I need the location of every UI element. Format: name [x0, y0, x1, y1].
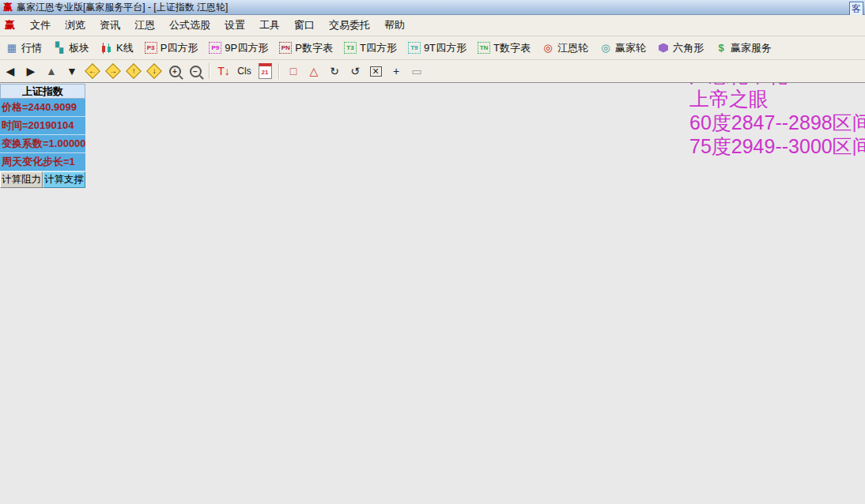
diamond-right-icon: →	[105, 63, 121, 79]
winner-service-icon: $	[715, 42, 727, 55]
cls-button[interactable]: Cls	[235, 62, 254, 80]
menu-item-tools[interactable]: 工具	[252, 17, 287, 33]
calendar-icon: 21	[259, 63, 272, 79]
toolbar-t-number-table[interactable]: TNT数字表	[474, 39, 534, 57]
toolbar-p-square[interactable]: P3P四方形	[142, 39, 202, 57]
annotation-text-block: 江恩轮中轮 上帝之眼 60度2847--2898区间 75度2949--3000…	[689, 83, 865, 158]
annotation-line: 上帝之眼	[689, 87, 865, 111]
presentation-icon: ▭	[411, 65, 421, 77]
calc-resistance-button[interactable]: 计算阻力	[0, 171, 43, 188]
annotation-line: 75度2949--3000区间	[689, 134, 865, 158]
toolbar-winner-wheel[interactable]: ◎赢家轮	[596, 39, 649, 57]
toolbar-label: 江恩轮	[557, 41, 588, 55]
rotate-cw-button[interactable]: ↻	[325, 62, 344, 80]
toolbar-label: 行情	[21, 41, 42, 55]
kline-icon	[100, 42, 113, 55]
toolbar-9t-square[interactable]: T99T四方形	[405, 39, 470, 57]
delete-box-icon: ×	[370, 66, 382, 77]
toolbar-label: P数字表	[295, 41, 333, 55]
zoom-in-icon: +	[169, 66, 181, 77]
menu-item-browse[interactable]: 浏览	[58, 17, 93, 33]
diamond-down-button[interactable]: ↓	[145, 62, 164, 80]
diamond-left-button[interactable]: ←	[83, 62, 102, 80]
calc-support-button[interactable]: 计算支撑	[43, 171, 85, 188]
delete-box-button[interactable]: ×	[366, 62, 385, 80]
gann-wheel-icon: ◎	[542, 42, 554, 55]
up-triangle-button[interactable]: ▲	[42, 62, 61, 80]
annotation-line: 60度2847--2898区间	[689, 111, 865, 134]
toolbar-label: T四方形	[360, 41, 397, 55]
menu-logo-icon: 赢	[5, 18, 15, 32]
toolbar-label: 板块	[69, 41, 89, 55]
zoom-in-button[interactable]: +	[165, 62, 184, 80]
toolbar-hexagon[interactable]: 六角形	[654, 39, 707, 57]
toolbar-label: 赢家轮	[615, 41, 646, 55]
drawing-toolbar: ◀▶▲▼←→↑↓+−T↓Cls21□△↻↺×+▭	[0, 60, 865, 83]
toolbar-label: P四方形	[161, 41, 198, 55]
step-row: 周天变化步长=1	[0, 153, 85, 171]
center-tool-icon: +	[393, 65, 399, 77]
triangle-tool-icon: △	[310, 65, 319, 77]
diamond-right-button[interactable]: →	[104, 62, 123, 80]
hexagon-icon	[657, 42, 670, 55]
calendar-button[interactable]: 21	[255, 62, 274, 80]
rotate-cw-icon: ↻	[330, 65, 339, 77]
toolbar-sectors[interactable]: ▚板块	[50, 39, 93, 57]
quotes-icon: ▦	[6, 42, 18, 55]
title-bar: 赢 赢家江恩专业版[赢家服务平台] - [上证指数 江恩轮]	[0, 0, 865, 15]
rotate-ccw-button[interactable]: ↺	[346, 62, 365, 80]
zoom-out-icon: −	[190, 66, 202, 77]
down-triangle-button[interactable]: ▼	[62, 62, 81, 80]
zoom-out-button[interactable]: −	[186, 62, 205, 80]
toolbar-p-number-table[interactable]: PNP数字表	[276, 39, 336, 57]
toolbar-label: 六角形	[673, 41, 704, 55]
toolbar-label: 9T四方形	[424, 41, 466, 55]
price-axis-button[interactable]: T↓	[214, 62, 233, 80]
stock-info-panel: 上证指数 价格=2440.9099 时间=20190104 变换系数=1.000…	[0, 84, 85, 188]
presentation-button[interactable]: ▭	[407, 62, 426, 80]
diamond-left-icon: ←	[85, 63, 100, 79]
t-number-table-icon: TN	[478, 42, 490, 55]
menu-item-file[interactable]: 文件	[23, 17, 58, 33]
cls-icon: Cls	[237, 66, 251, 77]
toolbar-separator	[278, 63, 280, 79]
gann-wheel-chart[interactable]: 江恩轮中轮 上帝之眼 60度2847--2898区间 75度2949--3000…	[0, 83, 865, 504]
center-tool-button[interactable]: +	[387, 62, 406, 80]
menu-item-trade-entrust[interactable]: 交易委托	[322, 17, 377, 33]
toolbar-9p-square[interactable]: P99P四方形	[206, 39, 271, 57]
sectors-icon: ▚	[53, 42, 66, 55]
price-axis-icon: T↓	[217, 65, 230, 77]
menu-item-help[interactable]: 帮助	[377, 17, 412, 33]
main-toolbar: ▦行情▚板块K线P3P四方形P99P四方形PNP数字表T3T四方形T99T四方形…	[0, 36, 865, 60]
toolbar-quotes[interactable]: ▦行情	[2, 39, 45, 57]
menu-item-window[interactable]: 窗口	[287, 17, 322, 33]
toolbar-kline[interactable]: K线	[97, 39, 137, 57]
prev-arrow-button[interactable]: ◀	[1, 62, 20, 80]
price-row: 价格=2440.9099	[0, 99, 85, 117]
panel-title: 上证指数	[0, 84, 85, 99]
menu-items: 文件浏览资讯江恩公式选股设置工具窗口交易委托帮助	[23, 18, 412, 32]
triangle-tool-button[interactable]: △	[304, 62, 323, 80]
p-square-icon: P3	[145, 42, 157, 55]
rect-tool-button[interactable]: □	[284, 62, 303, 80]
menu-bar: 赢 文件浏览资讯江恩公式选股设置工具窗口交易委托帮助	[0, 15, 865, 36]
toolbar-t-square[interactable]: T3T四方形	[341, 39, 400, 57]
menu-item-gann[interactable]: 江恩	[127, 17, 162, 33]
toolbar-winner-service[interactable]: $赢家服务	[712, 39, 775, 57]
9p-square-icon: P9	[209, 42, 221, 55]
toolbar-label: 赢家服务	[731, 41, 772, 55]
menu-item-settings[interactable]: 设置	[217, 17, 252, 33]
diamond-up-button[interactable]: ↑	[124, 62, 143, 80]
window-title: 赢家江恩专业版[赢家服务平台] - [上证指数 江恩轮]	[17, 1, 228, 14]
toolbar-gann-wheel[interactable]: ◎江恩轮	[538, 39, 591, 57]
next-arrow-button[interactable]: ▶	[21, 62, 40, 80]
time-row: 时间=20190104	[0, 117, 85, 135]
up-triangle-icon: ▲	[46, 65, 57, 77]
rect-tool-icon: □	[290, 65, 297, 77]
menu-item-formula-stock-pick[interactable]: 公式选股	[162, 17, 217, 33]
down-triangle-icon: ▼	[66, 65, 77, 77]
menu-item-news[interactable]: 资讯	[93, 17, 127, 33]
diamond-down-icon: ↓	[146, 63, 162, 79]
diamond-up-icon: ↑	[126, 63, 142, 79]
app-logo-icon: 赢	[3, 1, 13, 14]
